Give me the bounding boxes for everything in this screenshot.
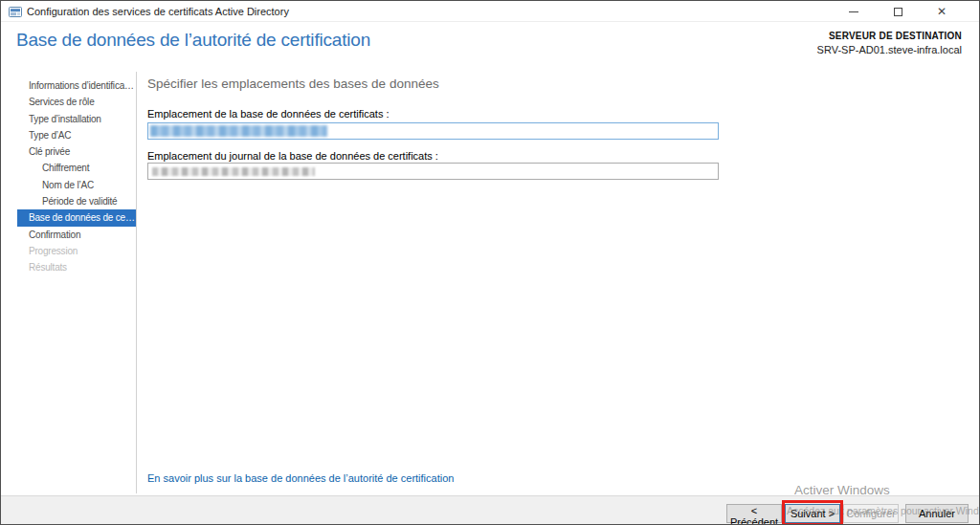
previous-button[interactable]: < Précédent: [726, 504, 782, 523]
wizard-window: Configuration des services de certificat…: [0, 0, 980, 525]
nav-item-type-installation[interactable]: Type d’installation: [17, 111, 136, 127]
destination-server-block: SERVEUR DE DESTINATION SRV-SP-AD01.steve…: [817, 31, 962, 55]
minimize-button[interactable]: [832, 1, 876, 22]
nav-item-resultats: Résultats: [17, 259, 136, 275]
nav-item-services-de-role[interactable]: Services de rôle: [17, 94, 136, 110]
redacted-path: [152, 167, 315, 176]
nav-item-confirmation[interactable]: Confirmation: [17, 227, 136, 243]
wizard-step-nav: Informations d’identificati... Services …: [1, 77, 136, 276]
next-button[interactable]: Suivant >: [785, 504, 840, 523]
nav-item-periode-validite[interactable]: Période de validité: [17, 193, 136, 209]
close-button[interactable]: ✕: [920, 1, 964, 22]
learn-more-link[interactable]: En savoir plus sur la base de données de…: [147, 472, 454, 484]
titlebar: Configuration des services de certificat…: [1, 1, 979, 22]
wizard-footer: < Précédent Suivant > Configurer Annuler: [1, 495, 979, 524]
certificate-db-log-location-input[interactable]: [147, 163, 719, 180]
nav-item-chiffrement[interactable]: Chiffrement: [17, 160, 136, 176]
app-icon: [9, 5, 22, 18]
window-title: Configuration des services de certificat…: [27, 6, 289, 17]
nav-item-type-ac[interactable]: Type d’AC: [17, 127, 136, 143]
close-icon: ✕: [937, 6, 947, 17]
redacted-selected-path: [150, 125, 327, 137]
maximize-icon: [894, 8, 902, 16]
nav-item-progression: Progression: [17, 243, 136, 259]
certificate-db-log-location-label: Emplacement du journal de la base de don…: [147, 150, 438, 162]
nav-item-informations-identification[interactable]: Informations d’identificati...: [17, 77, 136, 94]
page-title: Base de données de l’autorité de certifi…: [16, 30, 370, 51]
minimize-icon: [849, 11, 858, 12]
configure-button: Configurer: [843, 504, 899, 523]
nav-item-base-donnees-certificats[interactable]: Base de données de certi...: [17, 209, 136, 226]
destination-server-label: SERVEUR DE DESTINATION: [817, 31, 962, 41]
maximize-button[interactable]: [876, 1, 920, 22]
certificate-db-location-input[interactable]: [147, 122, 719, 140]
sidebar-divider: [136, 72, 137, 493]
section-heading: Spécifier les emplacements des bases de …: [147, 77, 439, 91]
destination-server-value: SRV-SP-AD01.steve-infra.local: [817, 44, 962, 55]
nav-item-nom-ac[interactable]: Nom de l’AC: [17, 177, 136, 193]
nav-item-cle-privee[interactable]: Clé privée: [17, 143, 136, 160]
certificate-db-location-label: Emplacement de la base de données de cer…: [147, 108, 390, 120]
window-controls: ✕: [832, 1, 964, 22]
cancel-button[interactable]: Annuler: [905, 504, 969, 523]
